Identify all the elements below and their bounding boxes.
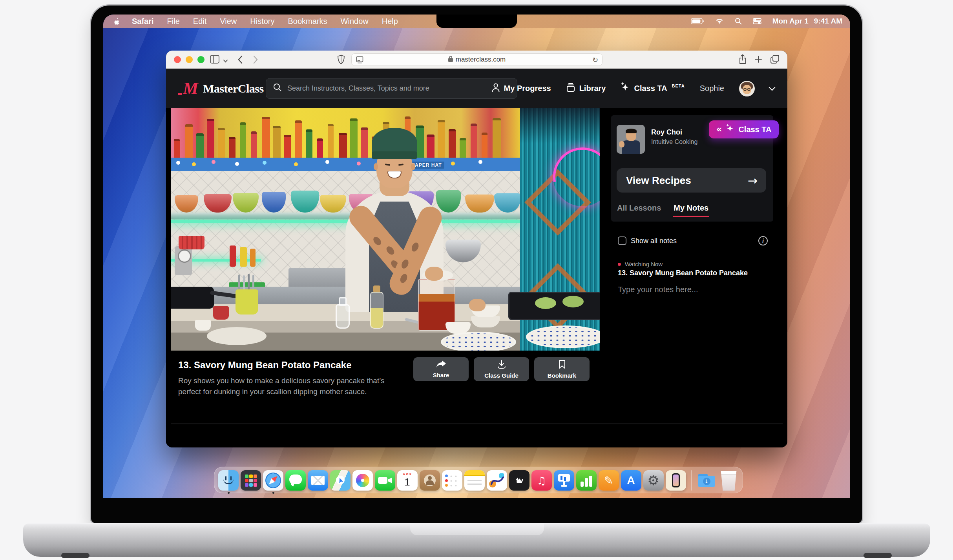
video-player[interactable]: PAPER HAT [171, 108, 600, 351]
dock-icon-launchpad[interactable] [241, 470, 261, 493]
sparkle-icon [621, 82, 630, 95]
reader-icon[interactable] [356, 56, 363, 65]
menu-item-bookmarks[interactable]: Bookmarks [288, 17, 327, 26]
dock-icon-calendar[interactable]: APR1 [397, 470, 418, 493]
scene-bottle [350, 118, 358, 158]
sidebar-toggle-icon[interactable] [210, 55, 219, 65]
menu-item-help[interactable]: Help [382, 17, 398, 26]
dock-icon-pages[interactable]: ✎ [599, 470, 619, 493]
dock-icon-keynote[interactable] [554, 470, 574, 493]
dock-icon-mail[interactable] [308, 470, 328, 493]
dock-icon-numbers[interactable] [576, 470, 597, 493]
dock-icon-contacts[interactable] [420, 470, 440, 493]
menu-bar-clock[interactable]: Mon Apr 19:41 AM [772, 17, 842, 25]
dock-icon-appletv[interactable]: tv [509, 470, 529, 493]
menu-item-safari[interactable]: Safari [132, 17, 154, 26]
menu-item-history[interactable]: History [250, 17, 274, 26]
tab-all-lessons[interactable]: All Lessons [617, 204, 661, 213]
masterclass-logo[interactable]: M MasterClass [178, 81, 264, 96]
menu-item-edit[interactable]: Edit [193, 17, 206, 26]
masterclass-page: M MasterClass Search Instructors, Classe… [166, 69, 787, 447]
tab-my-notes[interactable]: My Notes [674, 204, 708, 213]
macbook-foot [864, 553, 892, 558]
bookmark-icon [559, 360, 566, 370]
dock-icon-safari[interactable] [263, 470, 283, 493]
dock-icon-maps[interactable] [330, 470, 351, 493]
user-avatar[interactable] [739, 81, 755, 96]
dock-icon-reminders[interactable] [442, 470, 462, 493]
reload-icon[interactable]: ↻ [592, 56, 598, 64]
sidebar-chevron-icon[interactable] [223, 57, 228, 64]
bookmark-button[interactable]: Bookmark [534, 357, 590, 381]
nav-class-ta[interactable]: Class TABETA [621, 82, 685, 95]
share-button[interactable]: Share [413, 357, 469, 381]
dock-icon-freeform[interactable] [487, 470, 507, 493]
scene-bottle [196, 133, 204, 158]
menu-item-file[interactable]: File [167, 17, 180, 26]
dock-icon-photos[interactable] [352, 470, 373, 493]
menu-item-window[interactable]: Window [341, 17, 369, 26]
scene-bottle [449, 129, 456, 158]
library-icon [566, 83, 575, 94]
dock-icon-finder[interactable] [218, 470, 239, 493]
scene-bottle [493, 118, 501, 158]
show-all-notes-label: Show all notes [631, 237, 677, 245]
scene-bottle [218, 128, 225, 158]
menu-item-view[interactable]: View [220, 17, 237, 26]
control-center-icon[interactable] [753, 18, 761, 24]
class-guide-button[interactable]: Class Guide [474, 357, 529, 381]
show-all-notes-checkbox[interactable] [618, 236, 626, 245]
zoom-window-button[interactable] [197, 56, 204, 63]
nav-my-progress[interactable]: My Progress [491, 83, 551, 94]
privacy-shield-icon[interactable] [337, 55, 345, 66]
masterclass-wordmark: MasterClass [203, 82, 263, 95]
search-placeholder: Search Instructors, Classes, Topics and … [287, 84, 429, 93]
dock-icon-downloads[interactable]: ↓ [696, 470, 717, 493]
scene-bottle [361, 127, 368, 158]
scene-bottle [295, 120, 302, 158]
dock-icon-music[interactable]: ♫ [531, 470, 552, 493]
back-button[interactable] [237, 55, 243, 65]
lock-icon [448, 56, 453, 64]
masterclass-logo-mark: M [178, 81, 198, 96]
apple-menu-icon[interactable] [113, 17, 120, 25]
camera-notch [436, 15, 517, 28]
close-window-button[interactable] [174, 56, 181, 63]
spotlight-search-icon[interactable] [735, 18, 742, 25]
macos-desktop: SafariFileEditViewHistoryBookmarksWindow… [103, 15, 850, 498]
forward-button[interactable] [253, 55, 258, 65]
search-input[interactable]: Search Instructors, Classes, Topics and … [266, 78, 517, 99]
new-tab-icon[interactable] [754, 55, 762, 65]
info-icon[interactable]: i [758, 236, 768, 245]
safari-window: masterclass.com ↻ M MasterClass Search [166, 51, 787, 447]
battery-icon[interactable] [691, 18, 704, 24]
address-bar[interactable]: masterclass.com ↻ [351, 53, 602, 66]
user-name[interactable]: Sophie [700, 84, 724, 93]
dock-icon-iphone-mirroring[interactable] [666, 470, 686, 493]
scene-bottle [262, 117, 270, 158]
chevron-down-icon[interactable] [769, 84, 776, 91]
arrow-right-icon: → [748, 174, 758, 187]
tab-overview-icon[interactable] [770, 55, 780, 65]
scene-bottle [273, 126, 281, 158]
wifi-icon[interactable] [715, 18, 724, 25]
minimize-window-button[interactable] [186, 56, 193, 63]
dock-icon-notes[interactable] [464, 470, 485, 493]
nav-library[interactable]: Library [566, 83, 606, 94]
view-recipes-button[interactable]: View Recipes → [617, 168, 766, 193]
share-icon[interactable] [739, 54, 747, 66]
beta-badge: BETA [672, 84, 685, 88]
watching-now-row: Watching Now [618, 261, 663, 267]
scene-bottle [174, 139, 180, 158]
dock-icon-settings[interactable]: ⚙ [643, 470, 664, 493]
dock-icon-trash[interactable] [719, 470, 739, 493]
url-text: masterclass.com [456, 56, 506, 64]
download-icon [497, 360, 506, 370]
dock-icon-appstore[interactable]: A [621, 470, 641, 493]
current-lesson-title: 13. Savory Mung Bean Potato Pancake [618, 269, 748, 277]
notes-input[interactable]: Type your notes here... [618, 285, 698, 294]
class-ta-button[interactable]: « Class TA [709, 120, 779, 138]
dock-icon-messages[interactable] [285, 470, 306, 493]
scene-banner: PAPER HAT [171, 158, 520, 173]
dock-icon-facetime[interactable] [375, 470, 395, 493]
